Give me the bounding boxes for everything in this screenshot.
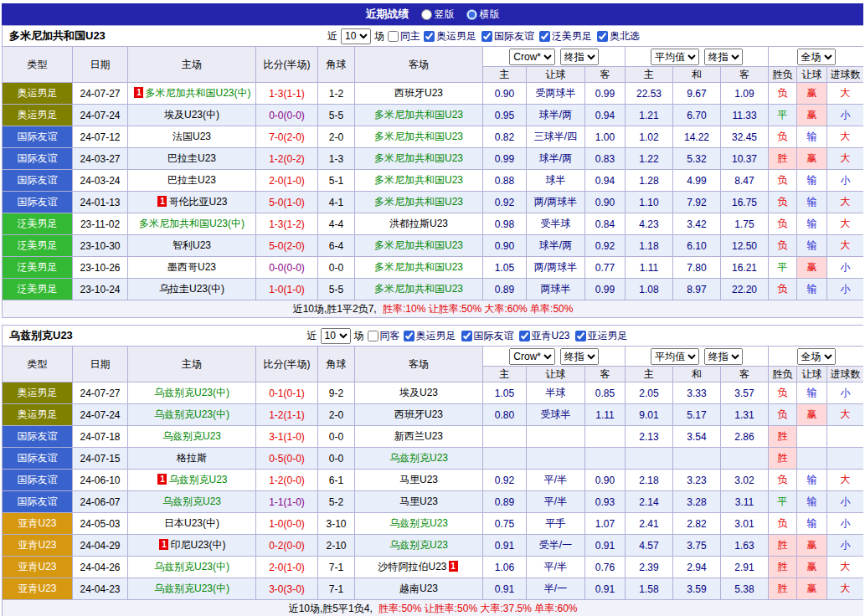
match-date: 24-05-03 bbox=[73, 513, 128, 535]
result-goals: 大 bbox=[827, 192, 864, 213]
filter-row: 多米尼加共和国U23 近 10 场 同主 奥运男足国际友谊泛美男足奥北选 bbox=[3, 26, 864, 47]
league-filter[interactable]: 奥运男足 bbox=[404, 329, 456, 343]
recent-count-select[interactable]: 10 bbox=[341, 28, 371, 44]
asia-handicap: 受球半 bbox=[527, 404, 585, 426]
asia-handicap: 平/半 bbox=[527, 557, 585, 578]
page-title: 近期战绩 bbox=[366, 7, 409, 22]
league-checkbox[interactable] bbox=[461, 331, 472, 341]
league-filter[interactable]: 奥北选 bbox=[597, 29, 640, 44]
result-handicap: 输 bbox=[797, 513, 827, 535]
match-score: 1-2(1-1) bbox=[256, 404, 318, 426]
league-checkbox[interactable] bbox=[404, 331, 414, 341]
league-checkbox[interactable] bbox=[481, 31, 492, 42]
horizontal-layout-label: 横版 bbox=[480, 8, 500, 22]
asia-odds-source-select[interactable]: Crow* bbox=[509, 348, 555, 365]
euro-away-odds: 11.33 bbox=[721, 105, 769, 126]
team-title: 多米尼加共和国U23 bbox=[9, 28, 106, 44]
euro-odds-period-select[interactable]: 终指 bbox=[704, 348, 743, 365]
layout-horizontal-option[interactable]: 横版 bbox=[466, 8, 500, 22]
layout-vertical-option[interactable]: 竖版 bbox=[421, 8, 455, 22]
team-name: 乌拉圭U23(中) bbox=[159, 283, 224, 295]
asia-odds-period-select[interactable]: 终指 bbox=[560, 348, 599, 365]
match-date: 24-07-27 bbox=[73, 382, 128, 404]
team-name: 西班牙U23 bbox=[394, 87, 443, 99]
home-team: 巴拉圭U23 bbox=[128, 170, 256, 192]
euro-home-odds: 1.02 bbox=[626, 126, 673, 148]
league-filter[interactable]: 国际友谊 bbox=[481, 29, 534, 44]
col-euro-draw: 和 bbox=[673, 367, 721, 382]
league-checkbox[interactable] bbox=[539, 31, 550, 42]
same-venue-filter[interactable]: 同客 bbox=[368, 329, 400, 343]
team-name: 埃及U23 bbox=[399, 387, 438, 398]
recent-count-select[interactable]: 10 bbox=[321, 328, 351, 344]
asia-away-odds bbox=[585, 448, 626, 470]
col-type: 类型 bbox=[3, 346, 73, 382]
match-score: 0-0(0-0) bbox=[256, 257, 318, 279]
league-checkbox[interactable] bbox=[424, 31, 435, 42]
league-filter[interactable]: 亚青U23 bbox=[519, 329, 570, 343]
match-date: 24-03-27 bbox=[73, 148, 128, 170]
euro-home-odds: 1.58 bbox=[626, 578, 673, 600]
match-score: 2-0(1-0) bbox=[256, 170, 318, 192]
team-title: 乌兹别克U23 bbox=[9, 328, 73, 343]
asia-odds-period-select[interactable]: 终指 bbox=[560, 49, 599, 65]
asia-odds-source-select[interactable]: Crow* bbox=[509, 49, 555, 65]
asia-away-odds: 0.85 bbox=[585, 382, 626, 404]
euro-odds-period-select[interactable]: 终指 bbox=[704, 49, 743, 65]
result-handicap: 赢 bbox=[797, 105, 827, 126]
euro-odds-source-select[interactable]: 平均值 bbox=[651, 348, 699, 365]
team-name: 沙特阿拉伯U23 bbox=[378, 561, 446, 572]
match-type: 奥运男足 bbox=[3, 382, 73, 404]
horizontal-layout-radio[interactable] bbox=[466, 9, 477, 20]
near-label: 近 bbox=[327, 29, 337, 44]
away-team: 乌兹别克U23 bbox=[355, 448, 483, 470]
col-result-handicap: 让球 bbox=[797, 367, 827, 382]
league-filter[interactable]: 亚运男足 bbox=[575, 329, 628, 343]
league-checkbox[interactable] bbox=[575, 331, 586, 341]
match-type: 泛美男足 bbox=[3, 257, 73, 279]
league-checkbox[interactable] bbox=[519, 331, 530, 341]
euro-draw-odds: 5.17 bbox=[673, 404, 721, 426]
col-euro-draw: 和 bbox=[673, 67, 721, 83]
result-outcome: 胜 bbox=[769, 148, 797, 170]
team-name: 智利U23 bbox=[172, 239, 211, 251]
euro-odds-source-select[interactable]: 平均值 bbox=[651, 49, 699, 65]
league-checkbox[interactable] bbox=[597, 31, 608, 42]
match-date: 24-04-23 bbox=[73, 578, 128, 600]
same-venue-filter[interactable]: 同主 bbox=[388, 29, 420, 44]
asia-home-odds: 1.05 bbox=[483, 257, 527, 279]
league-filter[interactable]: 国际友谊 bbox=[461, 329, 514, 343]
euro-away-odds: 1.63 bbox=[721, 535, 769, 557]
result-handicap: 赢 bbox=[797, 404, 827, 426]
result-outcome: 负 bbox=[769, 170, 797, 192]
team-name: 多米尼加共和国U23 bbox=[374, 174, 463, 186]
euro-draw-odds: 8.97 bbox=[673, 279, 721, 300]
euro-home-odds: 9.01 bbox=[626, 404, 673, 426]
col-corner: 角球 bbox=[318, 47, 355, 83]
result-goals: 大 bbox=[827, 470, 864, 491]
result-handicap: 赢 bbox=[797, 148, 827, 170]
league-label: 奥运男足 bbox=[436, 29, 476, 44]
euro-odds-selectors: 平均值 终指 bbox=[626, 47, 769, 67]
match-score: 5-0(2-0) bbox=[256, 235, 318, 257]
league-filter[interactable]: 奥运男足 bbox=[424, 29, 476, 44]
scope-select[interactable]: 全场 bbox=[797, 49, 836, 65]
euro-draw-odds: 2.94 bbox=[673, 557, 721, 578]
euro-away-odds: 1.75 bbox=[721, 213, 769, 235]
same-venue-checkbox[interactable] bbox=[368, 331, 378, 341]
match-row: 泛美男足23-10-24乌拉圭U23(中)1-0(1-0)5-5多米尼加共和国U… bbox=[3, 279, 864, 300]
col-home: 主场 bbox=[128, 47, 256, 83]
corner-score: 3-10 bbox=[318, 513, 355, 535]
result-handicap bbox=[797, 448, 827, 470]
corner-score: 2-0 bbox=[318, 404, 355, 426]
euro-home-odds: 2.39 bbox=[626, 557, 673, 578]
away-team: 新西兰U23 bbox=[355, 426, 483, 448]
euro-draw-odds bbox=[673, 448, 721, 470]
vertical-layout-radio[interactable] bbox=[421, 9, 432, 20]
scope-select[interactable]: 全场 bbox=[797, 348, 836, 365]
asia-home-odds: 0.91 bbox=[483, 535, 527, 557]
team2-recent-table: 乌兹别克U23 近 10 场 同客 奥运男足国际友谊亚青U23亚运男足 类型 bbox=[2, 325, 863, 616]
league-filter[interactable]: 泛美男足 bbox=[539, 29, 592, 44]
same-venue-checkbox[interactable] bbox=[388, 31, 399, 42]
euro-away-odds: 8.47 bbox=[721, 170, 769, 192]
